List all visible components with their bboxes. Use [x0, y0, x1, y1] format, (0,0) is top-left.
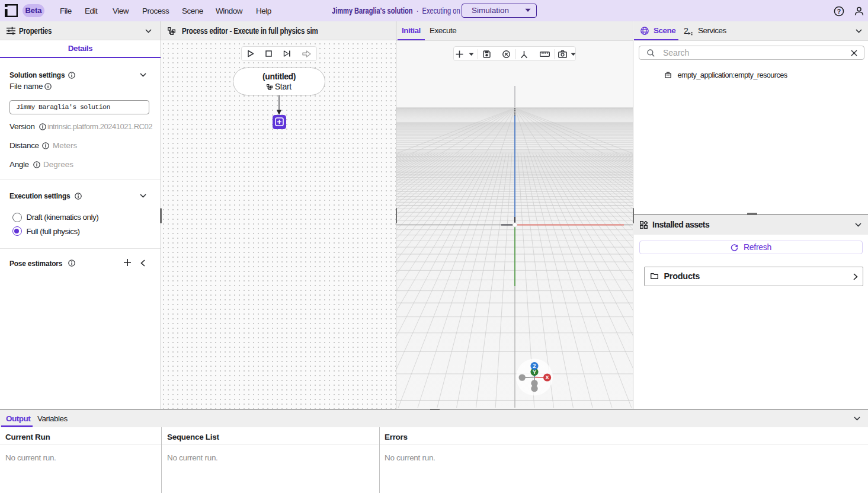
svg-text:Z: Z — [533, 363, 536, 369]
svg-text:2: 2 — [684, 27, 688, 36]
svg-text:Y: Y — [533, 369, 536, 375]
svg-text:X: X — [546, 374, 550, 380]
svg-text:?: ? — [837, 8, 841, 15]
